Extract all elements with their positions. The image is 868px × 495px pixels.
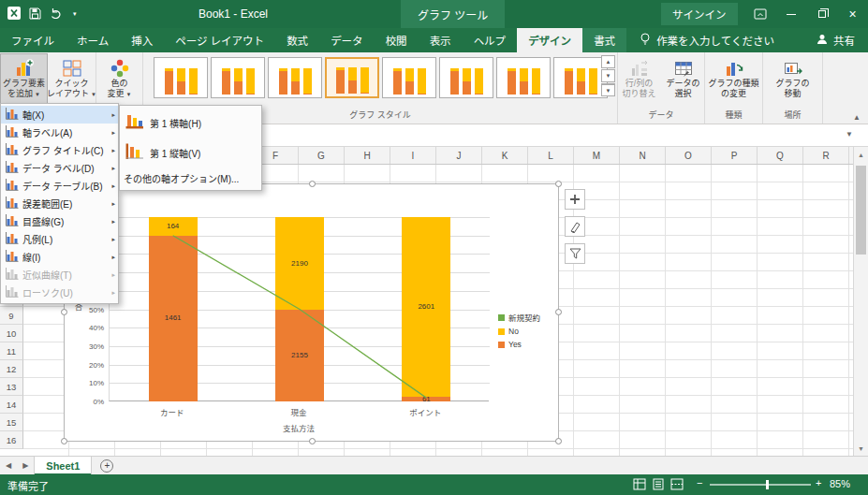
submenu-item-label: 第 1 横軸(H) — [150, 116, 201, 130]
close-button[interactable]: × — [837, 0, 868, 28]
row-header-11[interactable]: 11 — [0, 342, 23, 360]
selection-handle[interactable] — [309, 438, 316, 444]
gallery-more-icon[interactable]: ▼ — [601, 83, 615, 96]
menu-item-error-bars[interactable]: 誤差範囲(E)▸ — [1, 195, 118, 212]
tab-formulas[interactable]: 数式 — [275, 28, 319, 52]
chart-filters-button[interactable] — [565, 243, 585, 264]
column-header-M[interactable]: M — [574, 147, 620, 164]
save-icon[interactable] — [29, 7, 41, 22]
tab-help[interactable]: ヘルプ — [463, 28, 518, 52]
row-header-12[interactable]: 12 — [0, 360, 23, 378]
menu-item-axis-titles[interactable]: 軸ラベル(A)▸ — [1, 124, 118, 141]
tab-home[interactable]: ホーム — [66, 28, 120, 52]
selection-handle[interactable] — [61, 438, 67, 444]
zoom-in-button[interactable]: + — [816, 477, 821, 488]
menu-item-legend[interactable]: 凡例(L)▸ — [1, 230, 118, 248]
zoom-slider[interactable] — [710, 484, 811, 486]
qat-customize-icon[interactable]: ▾ — [73, 10, 77, 18]
menu-item-data-labels[interactable]: データ ラベル(D)▸ — [1, 159, 118, 177]
zoom-percentage[interactable]: 85% — [830, 478, 850, 489]
submenu-item-primary-horizontal-axis[interactable]: 第 1 横軸(H) — [120, 108, 261, 138]
selection-handle[interactable] — [309, 181, 316, 187]
share-button[interactable]: 共有 — [803, 28, 868, 52]
menu-item-data-table[interactable]: データ テーブル(B)▸ — [1, 177, 118, 195]
tab-review[interactable]: 校閲 — [375, 28, 419, 52]
row-header-10[interactable]: 10 — [0, 325, 23, 342]
column-header-N[interactable]: N — [620, 147, 666, 164]
sheet-tab-sheet1[interactable]: Sheet1 — [34, 457, 92, 475]
formula-bar-expand-icon[interactable]: ▼ — [846, 130, 853, 138]
collapse-ribbon-icon[interactable]: ▲ — [853, 113, 861, 122]
column-header-L[interactable]: L — [528, 147, 574, 164]
restore-button[interactable] — [806, 0, 837, 28]
row-header-14[interactable]: 14 — [0, 396, 23, 414]
chart-styles-button[interactable] — [565, 216, 585, 237]
menu-item-gridlines[interactable]: 目盛線(G)▸ — [1, 212, 118, 230]
column-header-Q[interactable]: Q — [758, 147, 803, 164]
tell-me-box[interactable]: 作業を入力してください — [626, 28, 787, 52]
gallery-scroll-up-icon[interactable]: ▲ — [601, 55, 615, 68]
sheet-nav-right-icon[interactable]: ▶ — [17, 461, 34, 470]
chart-style-thumbnail-3[interactable] — [268, 57, 322, 98]
vertical-scrollbar[interactable]: ▲ ▼ — [853, 147, 868, 456]
chart-object[interactable]: 146116421552190612601 割合 支払方法 新規契約NoYes … — [64, 183, 559, 442]
selection-handle[interactable] — [555, 438, 562, 444]
ribbon-display-options-icon[interactable] — [744, 0, 775, 28]
chart-style-thumbnail-6[interactable] — [439, 57, 493, 98]
menu-item-label: ローソク(U) — [22, 285, 108, 299]
row-header-15[interactable]: 15 — [0, 414, 23, 431]
thumbnail-bar-yes-segment — [303, 94, 312, 95]
column-header-R[interactable]: R — [803, 147, 849, 164]
chart-style-thumbnail-5[interactable] — [382, 57, 436, 98]
tab-format[interactable]: 書式 — [582, 28, 626, 52]
tab-design[interactable]: デザイン — [517, 28, 582, 52]
gallery-scroll-down-icon[interactable]: ▼ — [601, 69, 615, 82]
normal-view-icon[interactable] — [633, 478, 646, 492]
tab-view[interactable]: 表示 — [419, 28, 463, 52]
excel-logo-icon[interactable] — [7, 7, 21, 22]
chart-style-thumbnail-4[interactable] — [325, 57, 379, 98]
column-header-G[interactable]: G — [299, 147, 345, 164]
new-sheet-button[interactable]: + — [100, 459, 113, 473]
tab-file[interactable]: ファイル — [0, 28, 66, 52]
vertical-scroll-thumb[interactable] — [856, 166, 866, 255]
legend-marker — [498, 342, 505, 348]
thumbnail-bar-yes-segment — [177, 81, 185, 95]
submenu-item-primary-vertical-axis[interactable]: 第 1 縦軸(V) — [120, 138, 261, 167]
column-header-P[interactable]: P — [712, 147, 758, 164]
zoom-slider-thumb[interactable] — [766, 480, 769, 489]
x-axis-category-label: 現金 — [261, 406, 336, 417]
chart-style-thumbnail-2[interactable] — [211, 57, 265, 98]
chart-style-thumbnail-8[interactable] — [553, 57, 608, 98]
minimize-button[interactable] — [775, 0, 806, 28]
chart-style-thumbnail-1[interactable] — [154, 57, 208, 98]
menu-item-lines[interactable]: 線(I)▸ — [1, 248, 118, 266]
tab-insert[interactable]: 挿入 — [120, 28, 164, 52]
sheet-nav-left-icon[interactable]: ◀ — [0, 461, 17, 470]
column-header-K[interactable]: K — [482, 147, 528, 164]
column-header-J[interactable]: J — [436, 147, 482, 164]
row-header-16[interactable]: 16 — [0, 431, 23, 449]
scroll-up-icon[interactable]: ▲ — [854, 147, 868, 162]
tab-page-layout[interactable]: ページ レイアウト — [164, 28, 275, 52]
column-header-O[interactable]: O — [666, 147, 712, 164]
tab-data[interactable]: データ — [319, 28, 375, 52]
page-layout-view-icon[interactable] — [652, 478, 665, 492]
undo-icon[interactable] — [50, 7, 63, 21]
zoom-out-button[interactable]: − — [697, 477, 702, 488]
selection-handle[interactable] — [555, 181, 562, 187]
menu-item-chart-title[interactable]: グラフ タイトル(C)▸ — [1, 141, 118, 159]
column-header-I[interactable]: I — [390, 147, 436, 164]
page-break-view-icon[interactable] — [670, 478, 684, 492]
row-header-9[interactable]: 9 — [0, 307, 23, 325]
row-header-13[interactable]: 13 — [0, 378, 23, 396]
menu-item-axes[interactable]: 軸(X)▸ — [1, 106, 118, 124]
selection-handle[interactable] — [555, 309, 562, 315]
selection-handle[interactable] — [61, 309, 67, 315]
chart-elements-button[interactable] — [565, 189, 585, 210]
column-header-H[interactable]: H — [345, 147, 390, 164]
submenu-item-more-axis-options[interactable]: その他の軸オプション(M)... — [120, 167, 261, 188]
chart-style-thumbnail-7[interactable] — [496, 57, 551, 98]
sign-in-button[interactable]: サインイン — [661, 3, 738, 25]
scroll-down-icon[interactable]: ▼ — [854, 441, 868, 456]
